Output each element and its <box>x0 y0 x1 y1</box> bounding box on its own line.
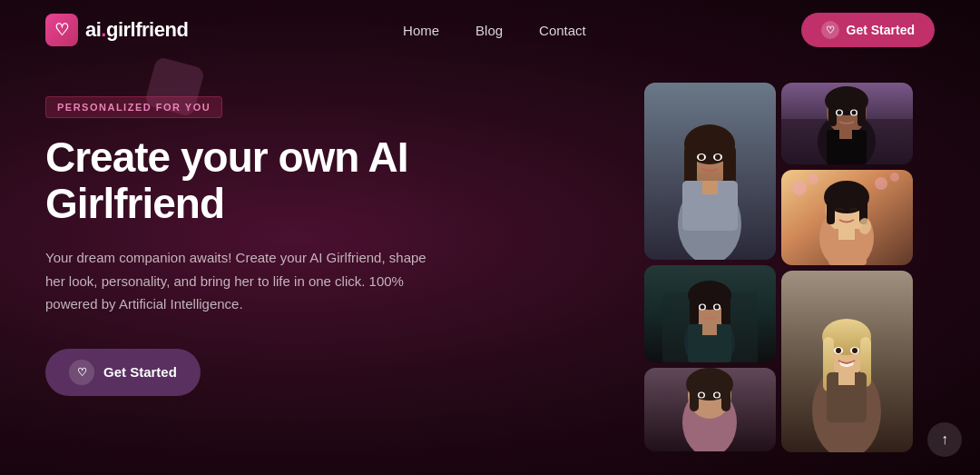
hero-title-line1: Create your own AIGirlfriend <box>45 134 407 227</box>
hero-get-started-button[interactable]: ♡ Get Started <box>45 349 201 396</box>
svg-point-32 <box>700 393 704 398</box>
images-layout <box>644 83 913 452</box>
svg-rect-17 <box>690 295 699 327</box>
svg-rect-56 <box>827 197 835 224</box>
nav-links: Home Blog Contact <box>403 23 586 38</box>
svg-rect-59 <box>838 229 855 240</box>
woman-6-svg <box>644 368 776 451</box>
image-col-left <box>644 83 776 452</box>
main-content: PERSONALIZED FOR YOU Create your own AIG… <box>0 60 980 473</box>
image-grid <box>644 78 935 469</box>
svg-point-47 <box>852 111 857 115</box>
nav-contact[interactable]: Contact <box>539 23 586 38</box>
woman-5-svg <box>781 271 913 452</box>
woman-3-svg <box>781 170 913 265</box>
image-card-1 <box>644 83 776 260</box>
svg-rect-7 <box>702 181 718 194</box>
svg-rect-20 <box>702 324 717 335</box>
svg-rect-30 <box>721 384 730 411</box>
hero-cta-label: Get Started <box>103 364 177 380</box>
btn-icon: ♡ <box>69 360 94 385</box>
logo-icon: ♡ <box>45 14 78 46</box>
svg-point-52 <box>890 173 899 182</box>
logo-text: ai.girlfriend <box>85 18 188 42</box>
nav-home[interactable]: Home <box>403 23 439 38</box>
svg-rect-29 <box>690 384 699 411</box>
woman-4-svg <box>644 265 776 362</box>
scroll-up-button[interactable]: ↑ <box>927 422 962 457</box>
image-col-right <box>781 83 913 452</box>
svg-rect-18 <box>721 295 730 327</box>
svg-point-45 <box>838 111 842 115</box>
svg-point-70 <box>836 348 841 353</box>
personalized-badge: PERSONALIZED FOR YOU <box>45 96 222 118</box>
svg-point-50 <box>808 173 818 184</box>
nav-cta-label: Get Started <box>847 23 915 37</box>
svg-point-49 <box>792 181 807 195</box>
hero-title: Create your own AIGirlfriend <box>45 134 517 226</box>
svg-rect-43 <box>839 130 852 139</box>
svg-rect-68 <box>838 372 855 385</box>
image-card-3 <box>781 170 913 265</box>
svg-rect-40 <box>828 101 837 126</box>
nav-blog[interactable]: Blog <box>475 23 503 38</box>
svg-point-60 <box>858 218 871 234</box>
image-card-2 <box>781 83 913 164</box>
svg-point-72 <box>852 348 858 353</box>
svg-point-11 <box>715 154 720 160</box>
svg-point-24 <box>715 305 720 310</box>
svg-point-9 <box>699 154 704 160</box>
navbar: ♡ ai.girlfriend Home Blog Contact ♡ Get … <box>0 0 980 60</box>
image-card-4 <box>644 265 776 362</box>
logo[interactable]: ♡ ai.girlfriend <box>45 14 188 46</box>
woman-1-svg <box>644 83 776 260</box>
woman-2-svg <box>781 83 913 164</box>
scroll-up-icon: ↑ <box>941 431 948 448</box>
nav-cta-icon: ♡ <box>821 21 839 39</box>
image-card-5 <box>781 271 913 452</box>
hero-subtitle: Your dream companion awaits! Create your… <box>45 246 426 316</box>
nav-get-started-button[interactable]: ♡ Get Started <box>801 13 935 47</box>
svg-rect-41 <box>858 101 866 126</box>
svg-point-34 <box>715 393 720 398</box>
svg-point-22 <box>701 305 705 310</box>
left-section: PERSONALIZED FOR YOU Create your own AIG… <box>45 78 517 396</box>
svg-point-51 <box>875 177 887 190</box>
image-card-6 <box>644 368 776 451</box>
